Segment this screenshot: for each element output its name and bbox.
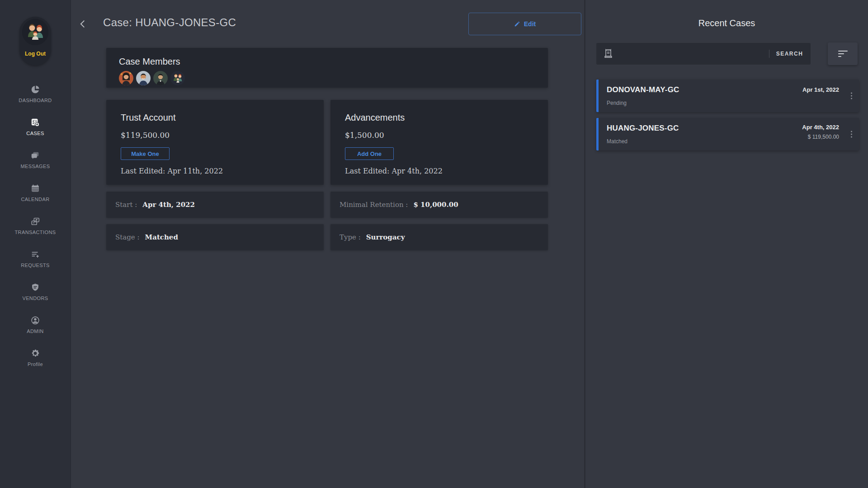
make-one-button[interactable]: Make One [121, 147, 170, 160]
advancements-last-edited: Last Edited: Apr 4th, 2022 [345, 167, 533, 175]
case-details-grid: Start : Apr 4th, 2022 Minimal Retention … [106, 192, 548, 250]
case-status: Matched [607, 138, 627, 145]
chevron-left-icon [78, 19, 88, 29]
recent-cases-panel: Recent Cases SEARCH DONOVAN-MAY-GC Pendi… [584, 0, 868, 488]
stage-value: Matched [145, 233, 178, 241]
case-members-card: Case Members [106, 48, 548, 88]
pencil-icon [514, 21, 520, 27]
sidebar-item-label: CASES [26, 131, 44, 136]
user-avatar [22, 19, 48, 45]
sidebar-item-profile[interactable]: Profile [4, 348, 67, 367]
case-meta: Apr 4th, 2022 $ 119,500.00 [802, 124, 839, 140]
advancements-title: Advancements [345, 113, 533, 123]
receipt-icon [604, 49, 613, 59]
case-menu-button[interactable] [848, 90, 855, 102]
stage-field: Stage : Matched [106, 224, 324, 250]
sidebar: Log Out DASHBOARD CASES [0, 0, 71, 488]
type-value: Surrogacy [366, 233, 405, 241]
sort-button[interactable] [828, 42, 858, 65]
trust-account-card: Trust Account $119,500.00 Make One Last … [106, 100, 324, 185]
list-add-icon [30, 249, 40, 259]
person-circle-icon [30, 315, 40, 325]
sidebar-item-admin[interactable]: ADMIN [4, 315, 67, 334]
minimal-retention-field: Minimal Retention : $ 10,000.00 [330, 192, 548, 218]
member-avatar[interactable] [136, 71, 151, 85]
account-cards-row: Trust Account $119,500.00 Make One Last … [106, 100, 548, 185]
back-button[interactable] [76, 17, 90, 31]
case-row-huang-jones-gc[interactable]: HUANG-JONES-GC Matched Apr 4th, 2022 $ 1… [596, 118, 859, 150]
sidebar-item-messages[interactable]: MESSAGES [4, 150, 67, 169]
case-name: HUANG-JONES-GC [607, 124, 679, 133]
case-row-donovan-may-gc[interactable]: DONOVAN-MAY-GC Pending Apr 1st, 2022 [596, 80, 859, 112]
sidebar-item-transactions[interactable]: TRANSACTIONS [4, 216, 67, 235]
recent-cases-title: Recent Cases [585, 18, 868, 28]
calendar-icon [30, 183, 40, 193]
sidebar-item-label: MESSAGES [21, 164, 50, 169]
pie-chart-icon [30, 84, 40, 94]
transactions-icon [30, 216, 40, 226]
trust-account-title: Trust Account [121, 113, 309, 123]
case-detail-content: Case Members [106, 48, 548, 250]
member-avatar[interactable] [153, 71, 168, 85]
case-members-title: Case Members [119, 56, 535, 67]
gear-icon [30, 348, 40, 358]
sidebar-item-label: VENDORS [22, 296, 48, 301]
trust-account-amount: $119,500.00 [121, 131, 309, 140]
start-label: Start : [115, 201, 137, 209]
case-status: Pending [607, 100, 627, 106]
kebab-icon [851, 93, 852, 94]
recent-cases-search-row: SEARCH [596, 42, 858, 65]
edit-case-button[interactable]: Edit [468, 13, 581, 35]
chat-bubbles-icon [30, 150, 40, 160]
edit-button-label: Edit [524, 20, 536, 28]
sidebar-item-vendors[interactable]: VENDORS [4, 282, 67, 301]
member-avatar[interactable] [119, 71, 133, 85]
page-title: Case: HUANG-JONES-GC [103, 16, 236, 29]
sidebar-item-dashboard[interactable]: DASHBOARD [4, 84, 67, 103]
cases-checklist-icon [30, 117, 40, 127]
trust-account-last-edited: Last Edited: Apr 11th, 2022 [121, 167, 309, 175]
advancements-card: Advancements $1,500.00 Add One Last Edit… [330, 100, 548, 185]
sidebar-nav: DASHBOARD CASES MESSAGES [4, 84, 67, 381]
add-one-button[interactable]: Add One [345, 147, 394, 160]
member-avatar[interactable] [170, 71, 185, 85]
stage-label: Stage : [115, 233, 140, 241]
sort-lines-icon [838, 51, 848, 57]
shield-icon [30, 282, 40, 292]
sidebar-item-label: REQUESTS [21, 263, 50, 268]
case-menu-button[interactable] [848, 128, 855, 141]
case-name: DONOVAN-MAY-GC [607, 85, 679, 94]
minimal-retention-label: Minimal Retention : [340, 201, 408, 209]
page-header: Case: HUANG-JONES-GC Edit [71, 0, 584, 48]
search-divider [769, 50, 769, 58]
family-illustration-icon [22, 19, 48, 45]
search-input[interactable] [618, 43, 769, 65]
case-meta: Apr 1st, 2022 [802, 85, 839, 94]
sidebar-item-calendar[interactable]: CALENDAR [4, 183, 67, 202]
sidebar-item-label: ADMIN [27, 328, 43, 334]
search-button[interactable]: SEARCH [776, 51, 803, 57]
sidebar-item-label: CALENDAR [21, 197, 49, 202]
logout-label: Log Out [25, 51, 46, 57]
sidebar-item-requests[interactable]: REQUESTS [4, 249, 67, 268]
advancements-amount: $1,500.00 [345, 131, 533, 140]
case-date: Apr 4th, 2022 [802, 124, 839, 131]
case-search-bar[interactable]: SEARCH [596, 43, 811, 65]
main-content: Case: HUANG-JONES-GC Edit Case Members [71, 0, 584, 488]
logout-button[interactable]: Log Out [19, 17, 51, 66]
sidebar-item-label: DASHBOARD [19, 98, 52, 103]
start-value: Apr 4th, 2022 [142, 201, 195, 209]
recent-cases-list: DONOVAN-MAY-GC Pending Apr 1st, 2022 HUA… [596, 80, 859, 150]
type-field: Type : Surrogacy [330, 224, 548, 250]
sidebar-item-label: TRANSACTIONS [15, 230, 56, 235]
minimal-retention-value: $ 10,000.00 [413, 201, 458, 209]
case-members-avatars [119, 71, 535, 85]
kebab-icon [851, 131, 852, 132]
case-amount: $ 119,500.00 [802, 134, 839, 140]
sidebar-item-label: Profile [28, 361, 43, 367]
case-date: Apr 1st, 2022 [802, 86, 839, 93]
sidebar-item-cases[interactable]: CASES [4, 117, 67, 136]
type-label: Type : [340, 233, 361, 241]
start-date-field: Start : Apr 4th, 2022 [106, 192, 324, 218]
